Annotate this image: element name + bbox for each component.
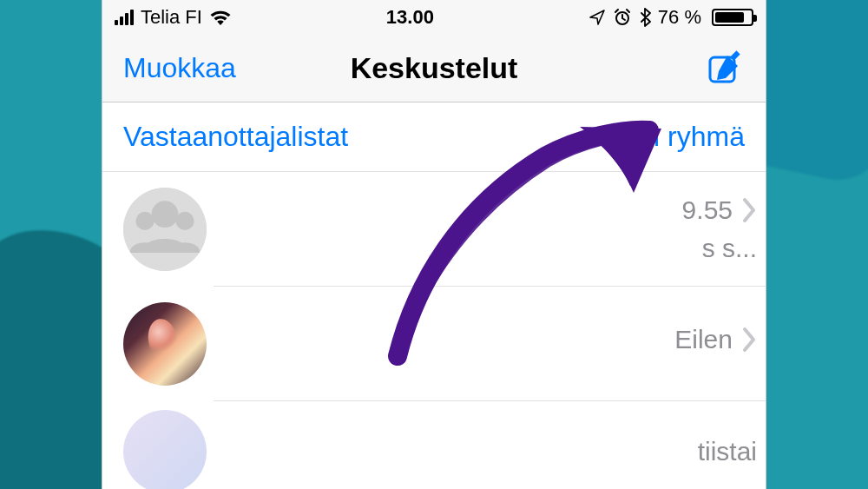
chat-list: 9.55 s s... Eilen tiistai [102, 172, 766, 489]
svg-rect-2 [730, 50, 740, 60]
avatar [123, 302, 207, 386]
phone-screenshot: Telia FI 13.00 [102, 0, 766, 489]
carrier-label: Telia FI [141, 6, 202, 29]
group-avatar-icon [123, 188, 207, 271]
cell-signal-icon [115, 10, 134, 25]
broadcast-lists-button[interactable]: Vastaanottajalistat [123, 121, 348, 153]
battery-icon [712, 9, 753, 26]
chat-row[interactable]: Eilen [102, 287, 766, 401]
chat-row[interactable]: 9.55 s s... [102, 172, 766, 287]
alarm-icon [613, 8, 632, 27]
navigation-bar: Muokkaa Keskustelut [102, 35, 766, 102]
chat-time: Eilen [674, 325, 733, 354]
chat-time: 9.55 [682, 195, 733, 225]
bluetooth-icon [639, 8, 651, 27]
chevron-right-icon [741, 197, 757, 223]
new-group-button[interactable]: Uusi ryhmä [604, 121, 745, 153]
chat-time: tiistai [698, 437, 757, 466]
compose-button[interactable] [705, 49, 745, 89]
svg-point-4 [152, 201, 179, 228]
edit-button[interactable]: Muokkaa [123, 52, 236, 84]
secondary-action-bar: Vastaanottajalistat Uusi ryhmä [102, 102, 766, 172]
avatar [123, 188, 207, 271]
location-icon [589, 9, 606, 26]
chevron-right-icon [741, 327, 757, 353]
avatar [123, 410, 207, 489]
chat-row[interactable]: tiistai [102, 401, 766, 489]
chat-preview: s s... [702, 234, 757, 263]
svg-point-3 [123, 188, 207, 271]
page-title: Keskustelut [351, 51, 518, 85]
compose-icon [705, 49, 745, 89]
clock-label: 13.00 [386, 6, 434, 29]
status-bar: Telia FI 13.00 [102, 0, 766, 35]
svg-point-6 [175, 212, 194, 230]
wifi-icon [209, 9, 232, 26]
svg-point-5 [135, 212, 154, 230]
battery-percent-label: 76 % [658, 6, 701, 29]
